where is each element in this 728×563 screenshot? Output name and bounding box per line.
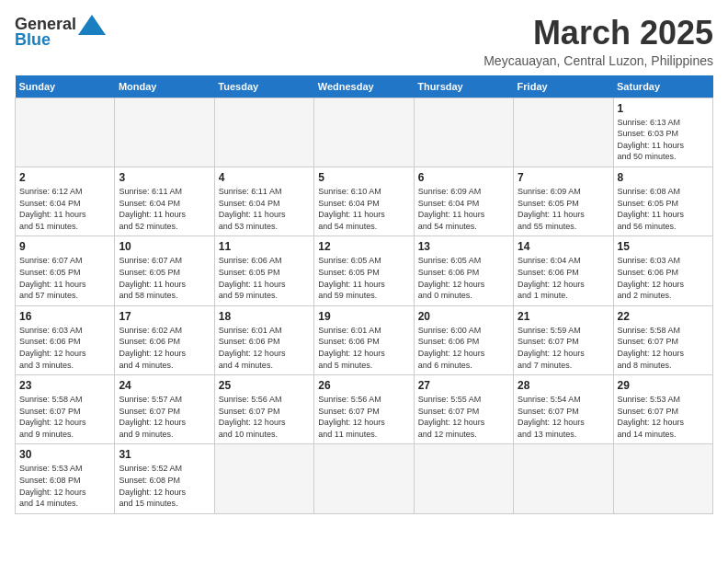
logo: General Blue — [15, 15, 106, 50]
day-number: 28 — [518, 379, 609, 392]
calendar-cell-3-0: 16Sunrise: 6:03 AM Sunset: 6:06 PM Dayli… — [16, 305, 115, 374]
calendar-cell-4-2: 25Sunrise: 5:56 AM Sunset: 6:07 PM Dayli… — [214, 375, 313, 444]
day-info: Sunrise: 6:05 AM Sunset: 6:06 PM Dayligh… — [418, 255, 509, 301]
calendar-cell-1-4: 6Sunrise: 6:09 AM Sunset: 6:04 PM Daylig… — [414, 167, 513, 236]
calendar-cell-5-0: 30Sunrise: 5:53 AM Sunset: 6:08 PM Dayli… — [16, 444, 115, 513]
calendar-cell-5-6 — [613, 444, 712, 513]
calendar-cell-4-5: 28Sunrise: 5:54 AM Sunset: 6:07 PM Dayli… — [514, 375, 613, 444]
day-number: 15 — [618, 240, 709, 253]
calendar-cell-2-6: 15Sunrise: 6:03 AM Sunset: 6:06 PM Dayli… — [613, 236, 712, 305]
calendar-week-1: 2Sunrise: 6:12 AM Sunset: 6:04 PM Daylig… — [16, 167, 713, 236]
calendar-cell-0-4 — [414, 98, 513, 167]
calendar-cell-5-2 — [214, 444, 313, 513]
calendar-cell-5-1: 31Sunrise: 5:52 AM Sunset: 6:08 PM Dayli… — [115, 444, 214, 513]
day-number: 22 — [618, 310, 709, 323]
calendar-cell-2-0: 9Sunrise: 6:07 AM Sunset: 6:05 PM Daylig… — [16, 236, 115, 305]
calendar-cell-3-1: 17Sunrise: 6:02 AM Sunset: 6:06 PM Dayli… — [115, 305, 214, 374]
calendar-week-5: 30Sunrise: 5:53 AM Sunset: 6:08 PM Dayli… — [16, 444, 713, 513]
weekday-header-saturday: Saturday — [613, 75, 712, 98]
day-info: Sunrise: 5:52 AM Sunset: 6:08 PM Dayligh… — [119, 463, 210, 509]
logo-icon — [78, 15, 106, 35]
day-info: Sunrise: 6:11 AM Sunset: 6:04 PM Dayligh… — [219, 186, 310, 232]
day-info: Sunrise: 6:03 AM Sunset: 6:06 PM Dayligh… — [618, 255, 709, 301]
day-info: Sunrise: 5:54 AM Sunset: 6:07 PM Dayligh… — [518, 394, 609, 440]
calendar-week-0: 1Sunrise: 6:13 AM Sunset: 6:03 PM Daylig… — [16, 98, 713, 167]
day-number: 8 — [618, 171, 709, 184]
day-number: 10 — [119, 240, 210, 253]
calendar-cell-3-2: 18Sunrise: 6:01 AM Sunset: 6:06 PM Dayli… — [214, 305, 313, 374]
day-number: 5 — [318, 171, 409, 184]
day-info: Sunrise: 6:07 AM Sunset: 6:05 PM Dayligh… — [19, 255, 110, 301]
day-info: Sunrise: 5:55 AM Sunset: 6:07 PM Dayligh… — [418, 394, 509, 440]
day-info: Sunrise: 5:58 AM Sunset: 6:07 PM Dayligh… — [19, 394, 110, 440]
day-number: 6 — [418, 171, 509, 184]
calendar-week-4: 23Sunrise: 5:58 AM Sunset: 6:07 PM Dayli… — [16, 375, 713, 444]
calendar-table: SundayMondayTuesdayWednesdayThursdayFrid… — [15, 75, 713, 514]
day-info: Sunrise: 6:03 AM Sunset: 6:06 PM Dayligh… — [19, 325, 110, 371]
day-info: Sunrise: 5:59 AM Sunset: 6:07 PM Dayligh… — [518, 325, 609, 371]
day-info: Sunrise: 6:09 AM Sunset: 6:05 PM Dayligh… — [518, 186, 609, 232]
calendar-cell-0-6: 1Sunrise: 6:13 AM Sunset: 6:03 PM Daylig… — [613, 98, 712, 167]
day-info: Sunrise: 6:02 AM Sunset: 6:06 PM Dayligh… — [119, 325, 210, 371]
day-number: 16 — [19, 310, 110, 323]
calendar-cell-2-1: 10Sunrise: 6:07 AM Sunset: 6:05 PM Dayli… — [115, 236, 214, 305]
weekday-header-wednesday: Wednesday — [314, 75, 414, 98]
calendar-cell-4-4: 27Sunrise: 5:55 AM Sunset: 6:07 PM Dayli… — [414, 375, 513, 444]
calendar-cell-1-0: 2Sunrise: 6:12 AM Sunset: 6:04 PM Daylig… — [16, 167, 115, 236]
weekday-header-friday: Friday — [514, 75, 613, 98]
logo-blue: Blue — [15, 31, 51, 50]
day-info: Sunrise: 6:00 AM Sunset: 6:06 PM Dayligh… — [418, 325, 509, 371]
day-number: 11 — [219, 240, 310, 253]
calendar-cell-2-5: 14Sunrise: 6:04 AM Sunset: 6:06 PM Dayli… — [514, 236, 613, 305]
day-number: 21 — [518, 310, 609, 323]
title-area: March 2025 Meycauayan, Central Luzon, Ph… — [483, 15, 713, 68]
calendar-cell-2-4: 13Sunrise: 6:05 AM Sunset: 6:06 PM Dayli… — [414, 236, 513, 305]
day-info: Sunrise: 6:06 AM Sunset: 6:05 PM Dayligh… — [219, 255, 310, 301]
day-info: Sunrise: 6:01 AM Sunset: 6:06 PM Dayligh… — [318, 325, 409, 371]
day-number: 1 — [618, 102, 709, 115]
day-info: Sunrise: 6:11 AM Sunset: 6:04 PM Dayligh… — [119, 186, 210, 232]
day-number: 12 — [318, 240, 409, 253]
calendar-cell-4-3: 26Sunrise: 5:56 AM Sunset: 6:07 PM Dayli… — [314, 375, 414, 444]
day-info: Sunrise: 6:01 AM Sunset: 6:06 PM Dayligh… — [219, 325, 310, 371]
calendar-cell-1-3: 5Sunrise: 6:10 AM Sunset: 6:04 PM Daylig… — [314, 167, 414, 236]
calendar-week-2: 9Sunrise: 6:07 AM Sunset: 6:05 PM Daylig… — [16, 236, 713, 305]
calendar-cell-0-1 — [115, 98, 214, 167]
day-number: 26 — [318, 379, 409, 392]
calendar-cell-4-6: 29Sunrise: 5:53 AM Sunset: 6:07 PM Dayli… — [613, 375, 712, 444]
day-info: Sunrise: 6:13 AM Sunset: 6:03 PM Dayligh… — [618, 117, 709, 163]
calendar-cell-2-2: 11Sunrise: 6:06 AM Sunset: 6:05 PM Dayli… — [214, 236, 313, 305]
day-number: 31 — [119, 448, 210, 461]
day-info: Sunrise: 5:56 AM Sunset: 6:07 PM Dayligh… — [219, 394, 310, 440]
day-info: Sunrise: 5:57 AM Sunset: 6:07 PM Dayligh… — [119, 394, 210, 440]
day-number: 13 — [418, 240, 509, 253]
calendar-cell-1-6: 8Sunrise: 6:08 AM Sunset: 6:05 PM Daylig… — [613, 167, 712, 236]
day-number: 14 — [518, 240, 609, 253]
location-title: Meycauayan, Central Luzon, Philippines — [483, 53, 713, 68]
day-number: 18 — [219, 310, 310, 323]
calendar-week-3: 16Sunrise: 6:03 AM Sunset: 6:06 PM Dayli… — [16, 305, 713, 374]
calendar-cell-3-5: 21Sunrise: 5:59 AM Sunset: 6:07 PM Dayli… — [514, 305, 613, 374]
day-number: 17 — [119, 310, 210, 323]
day-number: 2 — [19, 171, 110, 184]
weekday-header-monday: Monday — [115, 75, 214, 98]
day-info: Sunrise: 6:12 AM Sunset: 6:04 PM Dayligh… — [19, 186, 110, 232]
day-number: 4 — [219, 171, 310, 184]
day-number: 24 — [119, 379, 210, 392]
day-info: Sunrise: 6:04 AM Sunset: 6:06 PM Dayligh… — [518, 255, 609, 301]
day-info: Sunrise: 6:05 AM Sunset: 6:05 PM Dayligh… — [318, 255, 409, 301]
day-number: 9 — [19, 240, 110, 253]
calendar-cell-1-2: 4Sunrise: 6:11 AM Sunset: 6:04 PM Daylig… — [214, 167, 313, 236]
calendar-cell-4-0: 23Sunrise: 5:58 AM Sunset: 6:07 PM Dayli… — [16, 375, 115, 444]
weekday-header-thursday: Thursday — [414, 75, 513, 98]
day-number: 7 — [518, 171, 609, 184]
day-info: Sunrise: 6:10 AM Sunset: 6:04 PM Dayligh… — [318, 186, 409, 232]
calendar-cell-3-6: 22Sunrise: 5:58 AM Sunset: 6:07 PM Dayli… — [613, 305, 712, 374]
day-info: Sunrise: 6:08 AM Sunset: 6:05 PM Dayligh… — [618, 186, 709, 232]
weekday-header-row: SundayMondayTuesdayWednesdayThursdayFrid… — [16, 75, 713, 98]
weekday-header-sunday: Sunday — [16, 75, 115, 98]
weekday-header-tuesday: Tuesday — [214, 75, 313, 98]
calendar-cell-5-5 — [514, 444, 613, 513]
calendar-cell-0-5 — [514, 98, 613, 167]
day-info: Sunrise: 5:53 AM Sunset: 6:07 PM Dayligh… — [618, 394, 709, 440]
